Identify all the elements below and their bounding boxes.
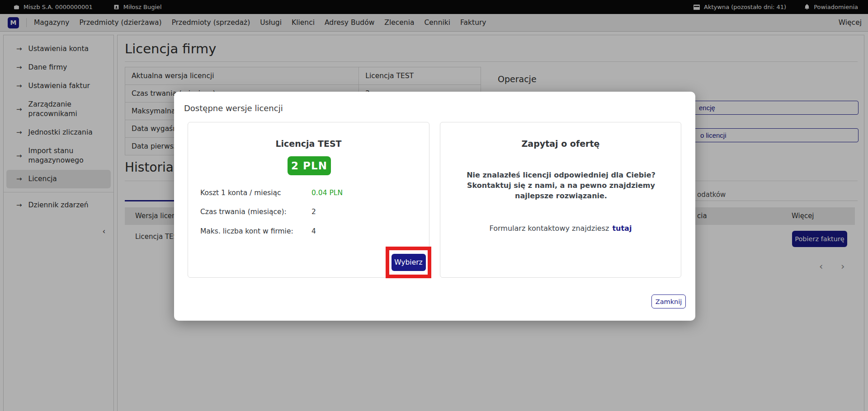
offer-card-title: Zapytaj o ofertę — [440, 139, 681, 149]
offer-card: Zapytaj o ofertę Nie znalazłeś licencji … — [440, 122, 681, 278]
modal-title: Dostępne wersje licencji — [184, 103, 283, 113]
price-badge: 2 PLN — [288, 156, 331, 175]
close-modal-button[interactable]: Zamknij — [651, 294, 686, 308]
detail-value: 0.04 PLN — [311, 189, 343, 197]
contact-form-link[interactable]: tutaj — [612, 224, 632, 233]
offer-card-body: Nie znalazłeś licencji odpowiedniej dla … — [453, 170, 670, 201]
detail-row-duration: Czas trwania (miesiące): 2 — [200, 208, 417, 216]
detail-row-accounts: Maks. liczba kont w firmie: 4 — [200, 227, 417, 235]
offer-form-line: Formularz kontaktowy znajdziesztutaj — [440, 224, 681, 233]
offer-form-text: Formularz kontaktowy znajdziesz — [490, 224, 609, 233]
red-highlight-annotation: Wybierz — [386, 247, 431, 278]
select-license-button[interactable]: Wybierz — [392, 254, 426, 271]
license-card-title: Licencja TEST — [188, 139, 429, 149]
detail-label: Czas trwania (miesiące): — [200, 208, 287, 216]
license-test-card: Licencja TEST 2 PLN Koszt 1 konta / mies… — [188, 122, 429, 278]
detail-row-cost: Koszt 1 konta / miesiąc 0.04 PLN — [200, 189, 417, 197]
detail-value: 4 — [311, 227, 316, 235]
detail-value: 2 — [311, 208, 316, 216]
detail-label: Maks. liczba kont w firmie: — [200, 227, 293, 235]
available-licenses-modal: Dostępne wersje licencji Licencja TEST 2… — [174, 92, 695, 321]
detail-label: Koszt 1 konta / miesiąc — [200, 189, 281, 197]
